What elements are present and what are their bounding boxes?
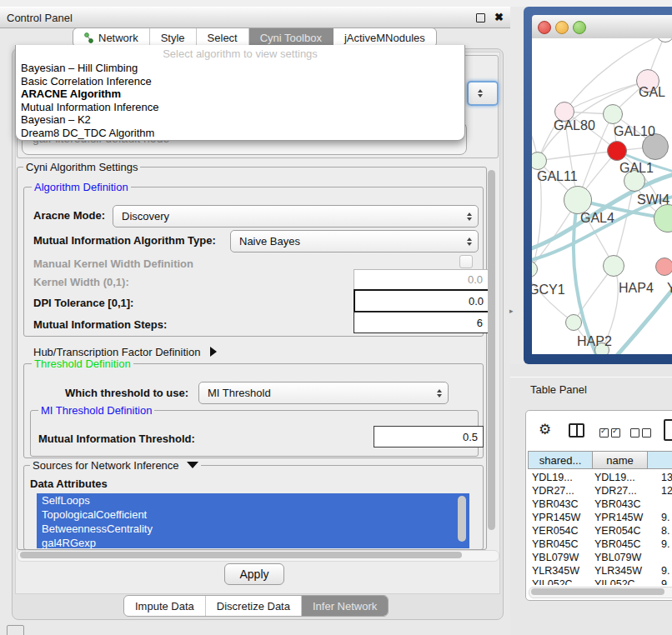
column-header-partial[interactable] (647, 451, 672, 469)
control-panel-titlebar: Control Panel ✖ (0, 7, 510, 28)
algorithm-dropdown-popup: Select algorithm to view settings Bayesi… (15, 45, 465, 141)
attribute-item-selected[interactable]: SelfLoops (37, 493, 469, 508)
column-header-name[interactable]: name (592, 451, 648, 469)
attribute-item-selected[interactable]: BetweennessCentrality (37, 522, 469, 536)
mi-algorithm-type-label: Mutual Information Algorithm Type: (33, 234, 216, 247)
network-node[interactable] (655, 258, 672, 276)
collapsed-arrow-icon (210, 347, 217, 357)
node-label: SWI4 (637, 192, 669, 208)
cell-shared: YLR345W (532, 565, 579, 577)
algorithm-option[interactable]: Bayesian – K2 (16, 113, 464, 127)
algorithm-placeholder: Select algorithm to view settings (16, 45, 464, 62)
tab-impute-data[interactable]: Impute Data (124, 596, 206, 616)
aracne-mode-select[interactable]: Discovery (113, 205, 479, 228)
hub-definition-toggle[interactable]: Hub/Transcription Factor Definition (33, 346, 217, 358)
tab-select-label: Select (208, 32, 238, 44)
table-settings-gear-icon[interactable]: ⚙ (539, 421, 551, 438)
spinner-arrows-icon (478, 89, 483, 98)
tab-jactivemnodules[interactable]: jActiveMNodules (333, 28, 436, 47)
network-window-titlebar[interactable] (532, 15, 672, 39)
aracne-mode-label: Aracne Mode: (33, 209, 105, 222)
attributes-list-scrollbar[interactable] (458, 496, 466, 542)
tab-network[interactable]: Network (73, 28, 150, 47)
network-node-hap4[interactable] (603, 255, 624, 277)
node-label: GAL1 (619, 161, 654, 176)
select-all-columns-icon[interactable] (599, 426, 623, 441)
node-label: GAL4 (580, 211, 614, 226)
tab-select[interactable]: Select (197, 28, 249, 47)
algorithm-combo-arrows[interactable] (467, 81, 499, 106)
cell-name: YER054C (594, 525, 641, 537)
which-threshold-select[interactable]: MI Threshold (198, 382, 449, 404)
restore-panel-icon[interactable] (7, 625, 24, 635)
table-rows: YDL19... YDL19... 13 YDR27... YDR27... 1… (526, 470, 672, 585)
column-layout-icon[interactable] (569, 423, 584, 438)
cell-shared: YDL19... (532, 472, 573, 483)
minimize-traffic-light-icon[interactable] (555, 21, 569, 34)
control-panel-title: Control Panel (7, 12, 73, 24)
zoom-traffic-light-icon[interactable] (573, 21, 586, 34)
manual-kernel-width-checkbox[interactable] (459, 255, 473, 268)
sources-toggle[interactable]: Sources for Network Inference (30, 459, 201, 472)
cell-value: 13 (661, 472, 672, 483)
mi-steps-value: 6 (477, 317, 483, 329)
node-label: GAL11 (537, 169, 578, 184)
apply-button-label: Apply (239, 568, 268, 581)
kernel-width-input[interactable]: 0.0 (354, 269, 489, 290)
cell-value: 9. (661, 512, 669, 523)
settings-vertical-scrollbar[interactable] (488, 170, 495, 530)
close-window-icon[interactable]: ✖ (494, 11, 504, 23)
algorithm-option-selected[interactable]: ARACNE Algorithm (16, 88, 464, 101)
algorithm-option[interactable]: Dream8 DC_TDC Algorithm (16, 127, 464, 140)
splitter-handle-icon[interactable]: ▸ (509, 307, 514, 315)
mi-threshold-value: 0.5 (463, 431, 478, 443)
tab-jactivemnodules-label: jActiveMNodules (344, 32, 425, 44)
tab-style[interactable]: Style (150, 28, 197, 47)
attribute-item-selected[interactable]: TopologicalCoefficient (37, 508, 469, 522)
node-label: Y (667, 281, 672, 296)
cell-value: 9. (661, 565, 669, 577)
network-node-gal1[interactable] (607, 141, 627, 161)
deselect-all-columns-icon[interactable] (630, 426, 654, 441)
node-label: GAL80 (554, 118, 595, 133)
tab-cyni-toolbox[interactable]: Cyni Toolbox (249, 28, 333, 47)
network-node-hap2[interactable] (565, 314, 582, 331)
cell-value: 9. (661, 578, 669, 585)
mi-steps-input[interactable]: 6 (354, 312, 489, 333)
float-window-icon[interactable] (476, 13, 485, 22)
aracne-mode-value: Discovery (122, 210, 467, 222)
attribute-item-selected[interactable]: gal4RGexp (37, 536, 469, 548)
network-tab-icon (84, 32, 94, 43)
data-attributes-label: Data Attributes (30, 478, 108, 490)
cell-shared: YPR145W (532, 512, 580, 523)
settings-horizontal-scrollbar-thumb[interactable] (20, 552, 462, 558)
manual-kernel-width-label: Manual Kernel Width Definition (33, 258, 193, 270)
cell-shared: YBR045C (532, 538, 579, 550)
table-panel-title: Table Panel (530, 383, 587, 396)
mi-threshold-input[interactable]: 0.5 (374, 426, 484, 448)
network-canvas[interactable]: GAL GAL80 GAL10 GAL1 GAL11 GAL4 SWI4 GCY… (532, 38, 672, 354)
divider (510, 377, 672, 378)
close-traffic-light-icon[interactable] (538, 21, 551, 34)
network-node-gal4[interactable] (564, 186, 592, 214)
algorithm-option[interactable]: Mutual Information Inference (16, 101, 464, 114)
mi-algorithm-type-select[interactable]: Naive Bayes (230, 230, 479, 252)
network-node[interactable] (603, 104, 623, 124)
tab-style-label: Style (161, 32, 185, 44)
node-label: GCY1 (532, 282, 565, 298)
node-label: GAL10 (614, 124, 655, 139)
apply-button[interactable]: Apply (224, 563, 284, 585)
hub-definition-label: Hub/Transcription Factor Definition (33, 346, 200, 358)
expanded-arrow-icon (187, 462, 198, 468)
export-table-icon[interactable] (664, 419, 672, 441)
table-horizontal-scrollbar-thumb[interactable] (531, 588, 664, 595)
cell-value: 9. (661, 538, 669, 550)
dpi-tolerance-input[interactable]: 0.0 (354, 289, 490, 312)
cell-name: YBR045C (594, 538, 641, 550)
tab-infer-network[interactable]: Infer Network (302, 596, 388, 616)
tab-discretize-data[interactable]: Discretize Data (206, 596, 302, 616)
node-label: HAP2 (577, 334, 612, 349)
column-header-shared-name[interactable]: shared... (528, 451, 593, 469)
algorithm-option[interactable]: Basic Correlation Inference (16, 75, 464, 88)
algorithm-option[interactable]: Bayesian – Hill Climbing (16, 62, 464, 75)
